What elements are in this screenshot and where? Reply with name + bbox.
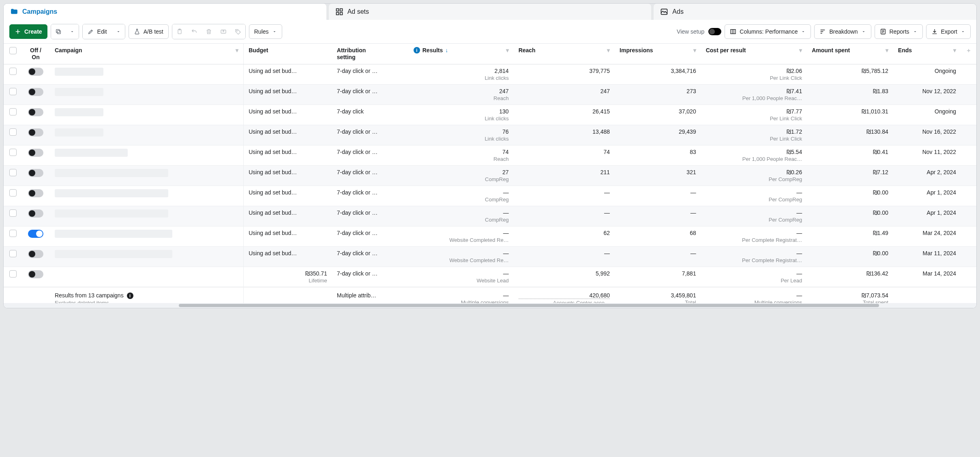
results-value: 74 — [414, 149, 509, 155]
columns-button[interactable]: Columns: Performance — [725, 24, 811, 39]
add-column-button[interactable]: ＋ — [966, 47, 971, 53]
cpr-value: — — [706, 209, 802, 216]
results-sub: Link clicks — [414, 136, 509, 142]
row-toggle[interactable] — [28, 88, 43, 96]
duplicate-button[interactable] — [51, 24, 66, 39]
reach-value: 211 — [519, 169, 610, 175]
row-checkbox[interactable] — [9, 108, 17, 115]
impressions-value: — — [620, 250, 696, 256]
reports-button[interactable]: Reports — [875, 24, 923, 39]
row-toggle[interactable] — [28, 68, 43, 76]
footer-subtitle: Excludes deleted items — [55, 300, 238, 303]
row-toggle[interactable] — [28, 169, 43, 177]
table-row[interactable]: Using ad set bud… 7-day click or … 76Lin… — [4, 125, 976, 145]
budget-value: Using ad set bud… — [249, 209, 297, 216]
view-setup-switch[interactable] — [708, 28, 721, 35]
reach-value: 379,775 — [519, 68, 610, 74]
abtest-button[interactable]: A/B test — [129, 24, 169, 39]
tab-adsets[interactable]: Ad sets — [329, 4, 652, 20]
export-button[interactable]: Export — [926, 24, 971, 39]
rules-button[interactable]: Rules — [249, 24, 282, 39]
edit-button[interactable]: Edit — [83, 24, 112, 39]
col-impressions: Impressions — [620, 47, 653, 53]
impressions-value: 7,881 — [620, 270, 696, 277]
svg-point-10 — [236, 30, 237, 31]
results-column-menu[interactable]: ▾ — [506, 47, 509, 53]
view-setup-toggle[interactable]: View setup — [677, 28, 721, 35]
reach-value: 13,488 — [519, 128, 610, 135]
table-row[interactable]: Using ad set bud… 7-day click or … —Comp… — [4, 186, 976, 206]
ends-column-menu[interactable]: ▾ — [953, 47, 956, 53]
row-toggle[interactable] — [28, 230, 43, 238]
undo-button[interactable] — [187, 24, 202, 39]
row-checkbox[interactable] — [9, 68, 17, 75]
ends-value: Apr 1, 2024 — [927, 189, 956, 196]
impressions-value: — — [620, 189, 696, 196]
row-checkbox[interactable] — [9, 270, 17, 278]
clipboard-icon — [176, 28, 183, 35]
campaign-name-redacted — [55, 128, 103, 137]
table-row[interactable]: Using ad set bud… 7-day click or … —Comp… — [4, 206, 976, 226]
spent-value: ₪136.42 — [812, 270, 888, 277]
delete-button[interactable] — [202, 24, 216, 39]
paste-button[interactable] — [172, 24, 187, 39]
results-info-icon[interactable]: i — [414, 47, 420, 53]
horizontal-scrollbar[interactable] — [4, 303, 976, 308]
row-toggle[interactable] — [28, 108, 43, 116]
campaign-name-redacted — [55, 149, 128, 157]
col-results: Results — [422, 47, 443, 53]
table-row[interactable]: Using ad set bud… 7-day click or … —Webs… — [4, 226, 976, 246]
impressions-column-menu[interactable]: ▾ — [693, 47, 696, 53]
table-row[interactable]: Using ad set bud… 7-day click or … 74Rea… — [4, 145, 976, 165]
row-toggle[interactable] — [28, 128, 43, 137]
table-row[interactable]: Using ad set bud… 7-day click or … 247Re… — [4, 84, 976, 105]
table-scroll[interactable]: Off / On Campaign▾ Budget Attribution se… — [4, 44, 976, 303]
row-checkbox[interactable] — [9, 169, 17, 176]
results-sub: Website Lead — [414, 278, 509, 284]
row-toggle[interactable] — [28, 189, 43, 197]
ends-value: Mar 14, 2024 — [923, 270, 956, 277]
tab-ads[interactable]: Ads — [654, 4, 976, 20]
results-sub: Website Completed Re… — [414, 237, 509, 243]
select-all-checkbox[interactable] — [9, 47, 17, 54]
row-checkbox[interactable] — [9, 250, 17, 257]
reach-value: 247 — [519, 88, 610, 94]
cpr-column-menu[interactable]: ▾ — [799, 47, 802, 53]
row-checkbox[interactable] — [9, 209, 17, 217]
spent-column-menu[interactable]: ▾ — [886, 47, 888, 53]
row-toggle[interactable] — [28, 209, 43, 218]
tab-campaigns[interactable]: Campaigns — [4, 4, 326, 20]
edit-menu[interactable] — [112, 24, 125, 39]
table-row[interactable]: Using ad set bud… 7-day click or … —Webs… — [4, 246, 976, 267]
reach-value: — — [519, 250, 610, 256]
table-row[interactable]: ₪350.71Lifetime 7-day click or … —Websit… — [4, 267, 976, 287]
row-toggle[interactable] — [28, 270, 43, 278]
row-toggle[interactable] — [28, 149, 43, 157]
campaign-column-menu[interactable]: ▾ — [236, 47, 238, 53]
footer-info-icon[interactable]: i — [127, 293, 133, 299]
attribution-value: 7-day click or … — [337, 88, 377, 94]
create-button[interactable]: Create — [9, 24, 47, 39]
breakdown-button[interactable]: Breakdown — [814, 24, 871, 39]
chevron-down-icon — [70, 29, 75, 34]
attribution-value: 7-day click or … — [337, 209, 377, 216]
edit-label: Edit — [97, 28, 107, 35]
row-checkbox[interactable] — [9, 149, 17, 156]
row-checkbox[interactable] — [9, 88, 17, 95]
table-row[interactable]: Using ad set bud… 7-day click 130Link cl… — [4, 105, 976, 125]
tag-button[interactable] — [231, 24, 245, 39]
row-checkbox[interactable] — [9, 128, 17, 136]
table-row[interactable]: Using ad set bud… 7-day click or … 2,814… — [4, 64, 976, 84]
row-toggle[interactable] — [28, 250, 43, 258]
duplicate-menu[interactable] — [66, 24, 79, 39]
row-checkbox[interactable] — [9, 189, 17, 196]
export-data-button[interactable] — [216, 24, 231, 39]
table-row[interactable]: Using ad set bud… 7-day click or … 27Com… — [4, 165, 976, 186]
row-checkbox[interactable] — [9, 230, 17, 237]
results-value: — — [414, 250, 509, 256]
footer-title: Results from 13 campaigns — [55, 292, 124, 299]
reach-column-menu[interactable]: ▾ — [607, 47, 610, 53]
chevron-down-icon — [861, 29, 866, 34]
results-sub: Link clicks — [414, 115, 509, 122]
sort-down-icon[interactable]: ↓ — [445, 47, 448, 53]
